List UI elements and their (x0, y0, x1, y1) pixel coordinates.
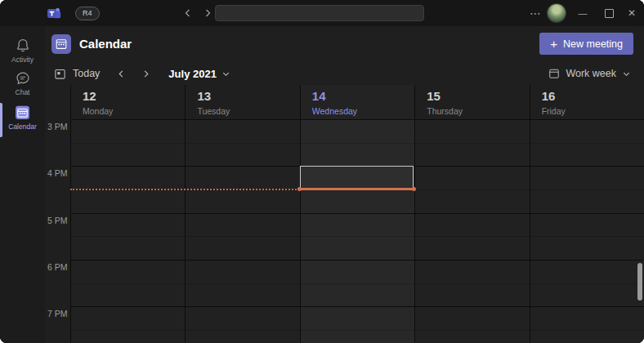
day-column-tuesday[interactable] (185, 119, 299, 343)
day-header-monday[interactable]: 12 Monday (70, 85, 185, 119)
plus-icon: + (550, 37, 557, 51)
nav-back-icon[interactable] (181, 7, 195, 20)
time-label: 6 PM (47, 262, 68, 272)
search-input[interactable] (215, 5, 424, 21)
environment-badge: R4 (75, 7, 100, 20)
month-selector[interactable]: July 2021 (168, 68, 217, 80)
day-name: Tuesday (197, 106, 299, 116)
day-name: Monday (83, 106, 185, 116)
day-column-thursday[interactable] (414, 119, 529, 343)
day-header-friday[interactable]: 16 Friday (530, 85, 644, 119)
toolbar-left-group: Today July 2021 (54, 62, 230, 85)
bell-icon (0, 38, 45, 54)
more-options-icon[interactable]: ⋯ (525, 3, 545, 23)
time-label: 3 PM (47, 122, 68, 131)
page-header: Calendar + New meeting (45, 26, 644, 62)
chevron-down-icon (622, 69, 631, 78)
calendar-toolbar: Today July 2021 W (45, 62, 644, 85)
day-date: 16 (542, 88, 644, 104)
time-label: 7 PM (47, 309, 68, 318)
new-meeting-label: New meeting (563, 38, 623, 50)
today-button[interactable]: Today (73, 68, 100, 79)
day-header-tuesday[interactable]: 13 Tuesday (185, 85, 299, 119)
previous-week-icon[interactable] (114, 69, 127, 78)
page-title: Calendar (79, 37, 132, 51)
today-icon[interactable] (54, 68, 66, 80)
teams-logo-icon (47, 6, 62, 21)
time-gutter: 3 PM 4 PM 5 PM 6 PM 7 PM (45, 119, 70, 343)
week-grid: 3 PM 4 PM 5 PM 6 PM 7 PM (45, 119, 644, 343)
calendar-page: Calendar + New meeting Today (45, 26, 644, 343)
vertical-scrollbar[interactable] (637, 263, 642, 301)
sidebar: Activity Chat (0, 26, 45, 343)
sidebar-item-activity[interactable]: Activity (0, 38, 45, 64)
chevron-down-icon[interactable] (221, 69, 230, 78)
time-label: 4 PM (47, 168, 68, 178)
close-button[interactable]: ✕ (619, 0, 644, 26)
teams-window: R4 ⋯ — ✕ Activity (0, 0, 644, 343)
view-selector-label: Work week (566, 68, 616, 79)
view-selector[interactable]: Work week (548, 62, 631, 85)
day-date: 15 (427, 88, 529, 104)
time-label: 5 PM (47, 216, 68, 225)
day-column-monday[interactable] (70, 119, 185, 343)
day-date: 12 (83, 88, 185, 104)
active-item-indicator (0, 103, 2, 137)
work-week-icon (548, 68, 560, 79)
sidebar-item-label: Activity (0, 56, 45, 64)
time-gutter-header (45, 85, 70, 119)
day-date: 14 (312, 88, 414, 104)
day-header-row: 12 Monday 13 Tuesday 14 Wednesday 15 Thu… (45, 85, 644, 119)
maximize-button[interactable] (597, 0, 621, 26)
new-meeting-button[interactable]: + New meeting (539, 33, 633, 55)
sidebar-item-chat[interactable]: Chat (0, 70, 45, 96)
avatar[interactable] (548, 4, 566, 22)
selected-time-slot[interactable] (300, 166, 414, 189)
day-column-wednesday[interactable] (300, 119, 414, 343)
calendar-icon (0, 104, 45, 121)
day-column-friday[interactable] (530, 119, 644, 343)
day-date: 13 (197, 88, 299, 104)
day-header-wednesday[interactable]: 14 Wednesday (300, 85, 414, 119)
day-name: Friday (542, 106, 644, 116)
sidebar-item-label: Calendar (0, 122, 45, 131)
nav-forward-icon[interactable] (200, 7, 215, 20)
day-name: Thursday (427, 106, 529, 116)
calendar-app-icon (51, 34, 71, 54)
sidebar-item-calendar[interactable]: Calendar (0, 104, 45, 131)
sidebar-item-label: Chat (0, 88, 45, 96)
maximize-icon (605, 9, 614, 18)
day-name: Wednesday (312, 106, 414, 116)
chat-icon (0, 70, 45, 87)
day-header-thursday[interactable]: 15 Thursday (414, 85, 529, 119)
minimize-button[interactable]: — (570, 0, 595, 26)
next-week-icon[interactable] (139, 69, 152, 78)
title-bar: R4 ⋯ — ✕ (0, 0, 644, 26)
